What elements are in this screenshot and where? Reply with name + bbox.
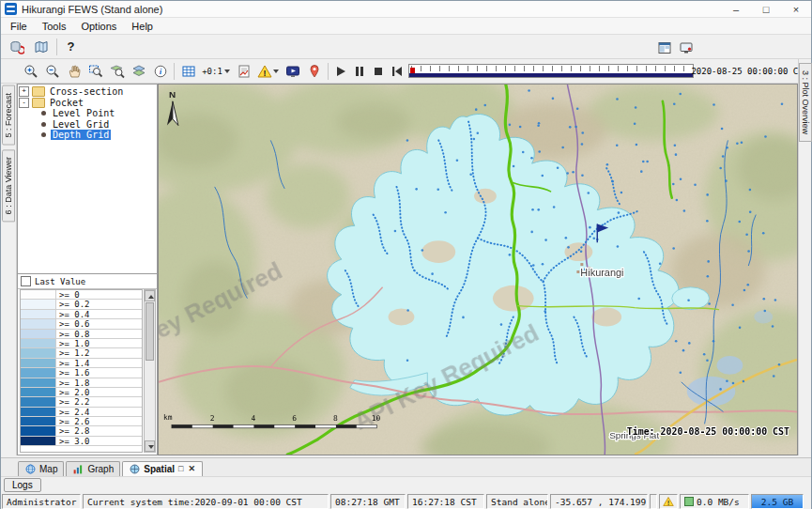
minimize-button[interactable]: – bbox=[721, 1, 751, 17]
select-location-button[interactable] bbox=[303, 60, 325, 82]
info-button[interactable]: i bbox=[149, 60, 171, 82]
warning-dropdown[interactable]: ! bbox=[254, 60, 282, 82]
step-back-button[interactable] bbox=[388, 60, 406, 82]
legend-row[interactable]: >= 0.8 bbox=[21, 330, 142, 339]
tab-plot-overview[interactable]: 3 : Plot Overview bbox=[799, 63, 812, 142]
legend-swatch bbox=[21, 378, 56, 387]
legend-label: >= 2.2 bbox=[56, 397, 90, 406]
scrollbar-thumb[interactable] bbox=[146, 302, 154, 361]
legend-row[interactable]: >= 1.4 bbox=[21, 359, 142, 368]
pan-icon bbox=[67, 64, 82, 79]
folder-icon bbox=[32, 98, 45, 108]
layer-dot-icon bbox=[41, 122, 46, 127]
dock-close-button[interactable]: ✕ bbox=[187, 465, 196, 473]
profile-button[interactable] bbox=[233, 60, 254, 82]
interval-dropdown[interactable]: +0:1 bbox=[199, 60, 233, 82]
legend-row[interactable]: >= 3.0 bbox=[21, 437, 142, 446]
status-mode: Stand alone bbox=[486, 494, 548, 509]
status-download-rate: 0.0 MB/s bbox=[680, 494, 749, 509]
grid-icon bbox=[181, 64, 196, 79]
tab-spatial[interactable]: Spatial □ ✕ bbox=[122, 461, 203, 476]
help-button[interactable]: ? bbox=[60, 36, 82, 57]
screen-button[interactable] bbox=[675, 37, 697, 58]
expander-icon[interactable]: - bbox=[19, 98, 29, 108]
grid-display-button[interactable] bbox=[177, 60, 199, 82]
legend-row[interactable]: >= 1.6 bbox=[21, 368, 142, 378]
time-slider-handle[interactable] bbox=[410, 68, 415, 73]
legend-row[interactable]: >= 1.8 bbox=[21, 378, 142, 388]
legend-row[interactable]: >= 2.0 bbox=[21, 388, 142, 397]
legend-row[interactable]: >= 0.2 bbox=[21, 300, 142, 309]
maximize-button[interactable]: □ bbox=[751, 1, 781, 17]
scroll-up-icon[interactable] bbox=[145, 290, 155, 301]
menu-tools[interactable]: Tools bbox=[35, 19, 74, 34]
pause-button[interactable] bbox=[350, 60, 369, 82]
legend-header: Last Value bbox=[18, 274, 157, 289]
tree-item-depth-grid[interactable]: Depth Grid bbox=[19, 130, 156, 141]
close-button[interactable]: × bbox=[781, 1, 811, 17]
zoom-out-button[interactable] bbox=[41, 60, 63, 82]
expander-icon[interactable]: + bbox=[19, 86, 29, 97]
app-icon bbox=[5, 3, 17, 15]
legend-row[interactable]: >= 1.2 bbox=[21, 348, 142, 358]
scroll-down-icon[interactable] bbox=[145, 440, 155, 452]
legend-row[interactable]: >= 0 bbox=[21, 290, 142, 300]
tab-graph-label: Graph bbox=[87, 464, 114, 474]
bottom-tab-bar: Map Graph Spatial □ ✕ bbox=[1, 457, 811, 476]
play-button[interactable] bbox=[331, 60, 350, 82]
zoom-in-button[interactable] bbox=[20, 60, 41, 82]
menu-file[interactable]: File bbox=[3, 19, 35, 34]
tree-item-pocket[interactable]: - Pocket bbox=[19, 98, 156, 109]
tab-graph[interactable]: Graph bbox=[66, 461, 120, 476]
tree-item-level-grid[interactable]: Level Grid bbox=[19, 119, 156, 131]
time-slider[interactable] bbox=[408, 64, 694, 78]
open-map-button[interactable] bbox=[29, 36, 54, 57]
last-value-checkbox[interactable] bbox=[21, 276, 31, 286]
legend-label: >= 2.0 bbox=[56, 388, 90, 396]
scale-unit-label: km bbox=[163, 413, 173, 422]
legend-label: >= 1.2 bbox=[56, 348, 90, 357]
menu-options[interactable]: Options bbox=[73, 19, 124, 34]
zoom-box-icon bbox=[88, 64, 103, 79]
file-toolbar: ? bbox=[1, 35, 811, 59]
pan-button[interactable] bbox=[63, 60, 84, 82]
layers-button[interactable] bbox=[128, 60, 149, 82]
stop-button[interactable] bbox=[369, 60, 388, 82]
database-button[interactable] bbox=[5, 36, 29, 57]
tile-windows-button[interactable] bbox=[653, 37, 675, 58]
layers-icon bbox=[131, 64, 146, 79]
tree-item-level-point[interactable]: Level Point bbox=[19, 108, 156, 119]
tab-map[interactable]: Map bbox=[18, 461, 64, 476]
map-canvas[interactable]: API Key Required API Key Required Hikura… bbox=[159, 85, 797, 455]
legend-table: >= 0>= 0.2>= 0.4>= 0.6>= 0.8>= 1.0>= 1.2… bbox=[20, 289, 143, 453]
svg-text:!: ! bbox=[666, 500, 670, 507]
profile-icon bbox=[237, 64, 252, 79]
legend-row[interactable]: >= 1.0 bbox=[21, 339, 142, 348]
zoom-layer-button[interactable] bbox=[106, 60, 128, 82]
menu-help[interactable]: Help bbox=[124, 19, 161, 34]
legend-row[interactable]: >= 2.6 bbox=[21, 417, 142, 426]
legend-row[interactable]: >= 0.4 bbox=[21, 310, 142, 319]
stop-icon bbox=[371, 64, 386, 79]
tree-item-label: Level Point bbox=[51, 108, 116, 118]
tab-forecast[interactable]: 5 : Forecast bbox=[2, 85, 15, 146]
legend-swatch bbox=[21, 426, 56, 435]
legend-label: >= 1.8 bbox=[56, 378, 90, 387]
zoom-box-button[interactable] bbox=[84, 60, 106, 82]
legend-label: >= 0 bbox=[56, 290, 80, 299]
legend-row[interactable]: >= 2.4 bbox=[21, 408, 142, 417]
zoom-out-icon bbox=[45, 64, 60, 79]
status-bar: Administrator Current system time:2020-0… bbox=[1, 493, 811, 509]
logs-button[interactable]: Logs bbox=[4, 478, 41, 492]
legend-row[interactable]: >= 0.6 bbox=[21, 319, 142, 329]
tab-map-label: Map bbox=[39, 464, 57, 474]
legend-scrollbar[interactable] bbox=[144, 289, 156, 453]
tab-data-viewer[interactable]: 6 : Data Viewer bbox=[2, 149, 15, 222]
status-warning[interactable]: ! bbox=[659, 494, 678, 509]
tree-item-cross-section[interactable]: + Cross-section bbox=[19, 86, 156, 98]
scale-tick: 8 bbox=[333, 414, 338, 423]
display-button[interactable] bbox=[282, 60, 303, 82]
dock-maximize-button[interactable]: □ bbox=[177, 465, 184, 473]
legend-row[interactable]: >= 2.8 bbox=[21, 426, 142, 436]
legend-row[interactable]: >= 2.2 bbox=[21, 397, 142, 407]
